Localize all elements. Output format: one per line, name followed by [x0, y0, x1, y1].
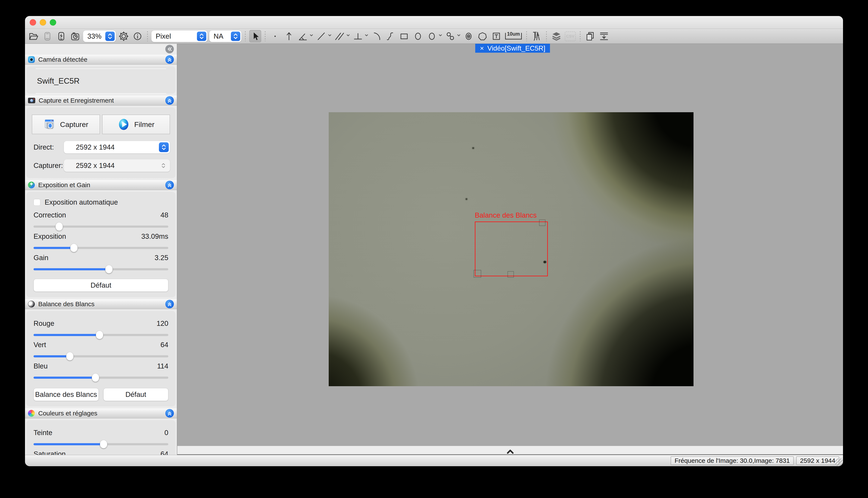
open-file-button[interactable] [27, 30, 39, 42]
section-header-capture[interactable]: Capture et Enregistrement [25, 95, 177, 106]
red-slider[interactable] [34, 334, 168, 336]
white-balance-roi[interactable] [475, 222, 548, 276]
zoom-window-button[interactable] [50, 19, 56, 26]
chevron-down-icon[interactable] [346, 34, 350, 39]
play-orb-icon [118, 118, 130, 130]
layers-tool[interactable] [550, 30, 562, 42]
roi-resize-handle[interactable] [539, 220, 546, 226]
capture-button[interactable]: Capturer [32, 115, 100, 134]
section-header-exposure[interactable]: Exposition et Gain [25, 180, 177, 190]
auto-exposure-row[interactable]: Exposition automatique [34, 198, 168, 206]
bottom-collapse-strip [177, 446, 843, 455]
settings-gear-button[interactable] [118, 30, 130, 42]
info-button[interactable] [131, 30, 143, 42]
chevron-down-icon[interactable] [309, 34, 313, 39]
ellipse-icon [413, 31, 423, 42]
hue-slider[interactable] [34, 443, 168, 445]
collapse-section-button[interactable] [165, 96, 174, 105]
capture-timer-button[interactable] [69, 30, 81, 42]
minimize-window-button[interactable] [40, 19, 46, 26]
two-circles-tool[interactable] [444, 30, 456, 42]
sidebar-top-strip [25, 44, 177, 54]
toolbar-separator [265, 31, 266, 41]
chevron-down-icon[interactable] [328, 34, 332, 39]
exposure-icon [28, 182, 35, 188]
chevron-up-icon[interactable] [506, 449, 514, 454]
rectangle-tool[interactable] [398, 30, 410, 42]
line-icon [316, 31, 327, 42]
chevron-down-icon[interactable] [438, 34, 442, 39]
slider-thumb[interactable] [66, 352, 74, 361]
chevron-down-icon[interactable] [457, 34, 461, 39]
unit-select[interactable]: Pixel [151, 30, 207, 42]
angle-icon [297, 31, 308, 42]
quick-capture-button[interactable] [55, 30, 67, 42]
gain-slider[interactable] [34, 268, 168, 270]
flash-device-icon [56, 31, 67, 42]
white-balance-default-button[interactable]: Défaut [103, 388, 168, 401]
live-resolution-label: Direct: [28, 143, 61, 151]
slider-thumb[interactable] [96, 331, 103, 339]
camera-list-item[interactable]: Swift_EC5R [36, 68, 166, 94]
resize-grip[interactable] [835, 459, 843, 466]
slider-thumb[interactable] [105, 265, 113, 273]
content-area: Caméra détectée Swift_EC5R Capture et En… [25, 44, 843, 455]
exposure-default-button[interactable]: Défaut [34, 279, 168, 292]
video-tab[interactable]: × Vidéo[Swift_EC5R] [475, 44, 550, 53]
roi-resize-handle[interactable] [473, 270, 481, 278]
slider-thumb[interactable] [55, 223, 63, 231]
chevron-down-icon[interactable] [365, 34, 368, 39]
roi-resize-handle[interactable] [508, 271, 514, 278]
arrow-tool[interactable] [283, 30, 295, 42]
perpendicular-tool[interactable] [352, 30, 364, 42]
close-tab-icon[interactable]: × [480, 44, 484, 52]
na-select[interactable]: NA [209, 30, 241, 42]
export-csv-button[interactable]: CSV [564, 30, 576, 42]
measure-calibrate-tool[interactable] [531, 30, 542, 42]
sidebar-collapse-button[interactable] [165, 45, 174, 53]
collapse-section-button[interactable] [165, 181, 174, 189]
slider-thumb[interactable] [92, 374, 99, 382]
live-resolution-select[interactable]: 2592 x 1944 [64, 141, 170, 154]
circle-tool[interactable] [426, 30, 438, 42]
capture-panel: Capturer Filmer [26, 107, 176, 178]
line-tool[interactable] [315, 30, 327, 42]
slider-label: Saturation [34, 450, 66, 455]
ellipse-tool[interactable] [412, 30, 424, 42]
section-header-white-balance[interactable]: Balance des Blancs [25, 299, 177, 309]
toolbar-separator [546, 31, 547, 41]
collapse-section-button[interactable] [165, 55, 174, 64]
text-tool[interactable] [490, 30, 502, 42]
section-header-colors[interactable]: Couleurs et réglages [25, 408, 177, 418]
duplicate-button[interactable] [584, 30, 596, 42]
parallel-lines-tool[interactable] [334, 30, 346, 42]
point-tool[interactable] [269, 30, 281, 42]
close-window-button[interactable] [30, 19, 36, 26]
exposure-slider[interactable] [34, 247, 168, 249]
arc-tool[interactable] [370, 30, 382, 42]
toolbar-separator [245, 31, 246, 41]
angle-tool[interactable] [297, 30, 309, 42]
correction-slider[interactable] [34, 225, 168, 228]
white-balance-button[interactable]: Balance des Blancs [34, 388, 99, 401]
curve-tool[interactable] [384, 30, 396, 42]
capture-resolution-select[interactable]: 2592 x 1944 [64, 159, 170, 172]
collapse-section-button[interactable] [165, 300, 174, 308]
export-merge-button[interactable] [598, 30, 610, 42]
polygon-tool[interactable] [476, 30, 488, 42]
green-slider[interactable] [34, 355, 168, 357]
collapse-section-button[interactable] [165, 409, 174, 418]
zoom-select[interactable]: 33% [83, 30, 116, 42]
traffic-lights [30, 19, 56, 26]
auto-exposure-checkbox[interactable] [34, 199, 40, 206]
slider-thumb[interactable] [100, 440, 107, 448]
slider-thumb[interactable] [70, 244, 78, 252]
scalebar-tool[interactable]: 10um [504, 30, 523, 42]
save-button[interactable] [41, 30, 53, 42]
record-button[interactable]: Filmer [102, 115, 170, 134]
live-video-frame[interactable]: Balance des Blancs [329, 112, 693, 386]
blue-slider[interactable] [34, 377, 168, 379]
section-header-camera[interactable]: Caméra détectée [25, 54, 177, 65]
pointer-tool[interactable] [249, 30, 261, 42]
concentric-circles-tool[interactable] [463, 30, 475, 42]
